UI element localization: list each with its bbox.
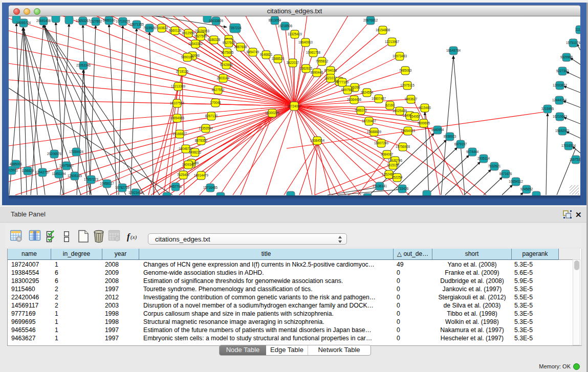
svg-text:2867608: 2867608 (234, 45, 247, 49)
svg-text:16914479: 16914479 (194, 173, 209, 177)
svg-text:9463627: 9463627 (405, 97, 418, 101)
svg-text:1733426: 1733426 (396, 187, 409, 190)
svg-text:10653267: 10653267 (76, 19, 91, 23)
svg-text:8267130: 8267130 (205, 114, 218, 118)
svg-text:18640910: 18640910 (298, 40, 313, 44)
svg-text:8878352: 8878352 (195, 139, 208, 142)
svg-text:154957: 154957 (409, 115, 421, 118)
svg-text:10688609: 10688609 (367, 130, 382, 134)
svg-text:15720407: 15720407 (362, 119, 377, 123)
svg-text:12213389: 12213389 (171, 84, 186, 88)
svg-text:6794028: 6794028 (324, 69, 337, 72)
svg-text:1588520: 1588520 (272, 57, 285, 60)
svg-text:18724007: 18724007 (287, 104, 302, 108)
svg-text:9474444: 9474444 (466, 150, 479, 154)
svg-text:9527500: 9527500 (194, 34, 207, 38)
svg-text:20206576: 20206576 (47, 152, 62, 156)
svg-text:12975115: 12975115 (400, 83, 415, 87)
svg-text:16210643: 16210643 (553, 115, 568, 118)
svg-text:20876812: 20876812 (363, 18, 378, 22)
svg-text:7625402: 7625402 (177, 173, 190, 177)
svg-text:11170: 11170 (576, 28, 580, 31)
svg-text:9777169: 9777169 (336, 80, 349, 84)
svg-text:8990448: 8990448 (311, 71, 323, 74)
svg-text:9527505: 9527505 (223, 41, 235, 45)
svg-text:9329966: 9329966 (560, 55, 573, 59)
svg-text:2718126: 2718126 (176, 70, 189, 73)
svg-text:16648784: 16648784 (446, 49, 461, 52)
svg-text:252254: 252254 (391, 176, 403, 179)
svg-text:12942757: 12942757 (35, 170, 50, 174)
svg-text:17359924: 17359924 (69, 150, 84, 154)
svg-text:10654985: 10654985 (170, 116, 185, 120)
svg-text:7955812: 7955812 (316, 59, 329, 63)
svg-text:16154808: 16154808 (376, 28, 390, 32)
svg-text:15751074: 15751074 (566, 41, 580, 45)
svg-text:8912956: 8912956 (182, 31, 195, 35)
svg-text:3822037: 3822037 (287, 61, 299, 64)
svg-text:21053346: 21053346 (76, 63, 91, 67)
svg-text:8471676: 8471676 (499, 172, 512, 176)
svg-text:4385001: 4385001 (10, 162, 23, 166)
svg-text:(x): (x) (130, 234, 137, 240)
svg-text:9242848: 9242848 (220, 63, 233, 67)
svg-text:1527602: 1527602 (90, 19, 102, 23)
svg-text:10961758: 10961758 (306, 51, 321, 54)
svg-text:3824554: 3824554 (361, 91, 374, 94)
svg-text:62160: 62160 (385, 103, 395, 107)
svg-text:8427552: 8427552 (212, 88, 225, 92)
svg-text:9084067: 9084067 (381, 152, 394, 156)
svg-text:8938923: 8938923 (444, 135, 456, 138)
svg-text:17957223: 17957223 (84, 178, 99, 181)
svg-text:2935114: 2935114 (477, 157, 490, 160)
svg-text:6466160: 6466160 (103, 18, 116, 22)
svg-text:11353594: 11353594 (199, 126, 213, 130)
svg-text:20364436: 20364436 (347, 98, 362, 101)
svg-text:170046: 170046 (210, 101, 221, 104)
svg-text:1167533: 1167533 (570, 158, 580, 161)
svg-text:7515526: 7515526 (143, 26, 156, 30)
svg-text:12505185: 12505185 (68, 174, 82, 178)
svg-text:1640954: 1640954 (431, 128, 444, 132)
svg-text:12444154: 12444154 (552, 98, 567, 102)
svg-text:3675685: 3675685 (221, 51, 234, 54)
svg-text:9699695: 9699695 (418, 121, 430, 125)
svg-text:2803144: 2803144 (217, 76, 230, 80)
svg-text:12213967: 12213967 (385, 40, 400, 43)
svg-text:16807249: 16807249 (374, 141, 389, 145)
svg-text:6497568: 6497568 (341, 88, 354, 92)
svg-text:12923468: 12923468 (128, 191, 143, 194)
svg-text:9245652: 9245652 (520, 187, 533, 191)
svg-text:3498222: 3498222 (189, 150, 202, 154)
svg-text:3915911: 3915911 (9, 168, 18, 172)
svg-text:19975867: 19975867 (59, 164, 74, 167)
svg-text:9890165: 9890165 (181, 55, 194, 59)
svg-text:10807487: 10807487 (372, 97, 386, 100)
svg-text:3215955: 3215955 (541, 107, 554, 111)
svg-text:7163822: 7163822 (156, 26, 168, 30)
svg-text:7632621: 7632621 (488, 164, 501, 168)
svg-text:9115460: 9115460 (419, 106, 431, 110)
svg-text:9146821: 9146821 (260, 53, 273, 56)
svg-text:10958117: 10958117 (100, 182, 114, 185)
svg-text:1362615: 1362615 (300, 67, 313, 70)
svg-text:8186328: 8186328 (208, 38, 221, 41)
svg-text:15716485: 15716485 (203, 186, 218, 189)
svg-text:19218506: 19218506 (278, 24, 293, 28)
svg-text:15692971: 15692971 (555, 129, 570, 133)
svg-text:1615152: 1615152 (387, 163, 400, 167)
svg-text:1156829: 1156829 (21, 169, 34, 172)
svg-text:16033809: 16033809 (209, 19, 224, 23)
svg-text:17016504: 17016504 (561, 144, 576, 147)
svg-text:11451194: 11451194 (52, 172, 66, 176)
svg-text:7986372: 7986372 (355, 108, 367, 112)
svg-text:8660126: 8660126 (169, 29, 182, 32)
svg-text:16671355: 16671355 (129, 23, 144, 26)
svg-text:16107554: 16107554 (170, 101, 185, 105)
svg-text:10973493: 10973493 (393, 54, 407, 58)
svg-text:15136141: 15136141 (373, 184, 387, 188)
svg-text:19756928: 19756928 (396, 145, 410, 148)
svg-text:6879197: 6879197 (454, 142, 467, 146)
svg-text:9227342: 9227342 (556, 69, 569, 73)
svg-text:18300295: 18300295 (265, 111, 280, 115)
